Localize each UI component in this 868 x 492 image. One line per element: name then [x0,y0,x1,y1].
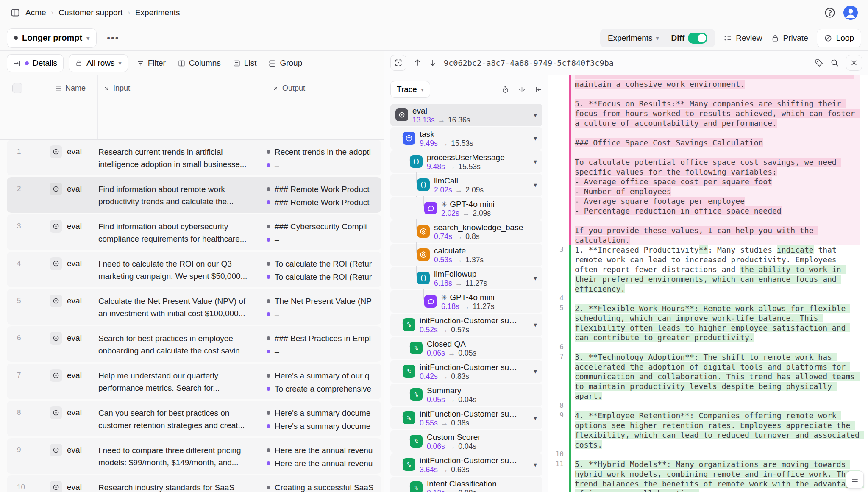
line-number: 6 [548,342,569,352]
list-button[interactable]: List [229,58,260,68]
breadcrumb-project[interactable]: Customer support [58,8,122,17]
row-name: eval [67,332,82,362]
chevron-down-icon[interactable]: ▾ [534,274,537,282]
trace-span-row[interactable]: %Summary0.05s→0.04s [390,384,542,406]
diff-line: maintain a cohesive work environment. [548,79,868,89]
span-durations: 0.52s→0.57s [420,325,469,334]
group-label: Group [280,58,302,68]
chevron-down-icon[interactable]: ▾ [534,158,537,166]
table-row[interactable]: 6 eval Search for best practices in empl… [7,326,381,362]
output-line-compare: – [267,308,381,321]
help-icon[interactable] [824,7,836,19]
span-durations: 0.53s→1.37s [434,256,484,264]
diff-options-button[interactable] [846,471,864,489]
function-span-icon: () [417,178,430,191]
table-row[interactable]: 8 eval Can you search for best practices… [7,401,381,436]
llm-span-icon [424,202,437,214]
chevron-down-icon[interactable]: ▾ [534,111,537,119]
table-row[interactable]: 2 eval Find information about remote wor… [7,177,381,213]
details-button[interactable]: Details [7,54,64,72]
experiments-view-dropdown[interactable]: Experiments ▾ [602,33,665,43]
all-rows-dropdown[interactable]: All rows ▾ [69,54,128,72]
table-row[interactable]: 7 eval Help me understand our quarterly … [7,364,381,399]
review-button[interactable]: Review [723,33,762,43]
column-header-name[interactable]: Name [55,84,86,93]
chevron-down-icon[interactable]: ▾ [534,461,537,469]
trace-span-row[interactable]: calculate0.53s→1.37s [390,244,542,266]
group-button[interactable]: Group [265,58,306,68]
table-row[interactable]: 5 eval Calculate the Net Present Value (… [7,289,381,325]
expand-trace-button[interactable] [390,55,406,71]
trace-span-row[interactable]: %Intent Classification0.12s→0.08s [390,477,542,492]
next-row-button[interactable] [428,58,437,67]
more-options-button[interactable]: ••• [103,30,123,46]
breadcrumb-org[interactable]: Acme [25,8,46,17]
filter-button[interactable]: Filter [133,58,169,68]
avatar[interactable] [843,6,858,20]
trace-view-dropdown[interactable]: Trace ▾ [390,81,430,98]
sidebar-toggle-icon[interactable] [10,8,20,18]
row-output: Here's a summary docume Here's a summary… [267,401,381,436]
trace-detail-panel: 9c062bc2-a8c7-4a88-9749-5cf840f3c9ba Tra… [384,51,868,492]
line-number [548,89,569,99]
tool-span-icon [417,248,430,261]
trace-span-row[interactable]: eval13.13s→16.36s▾ [390,104,542,126]
timing-icon[interactable] [501,86,509,94]
chevron-down-icon[interactable]: ▾ [534,367,537,375]
trace-span-row[interactable]: ()processUserMessage9.48s→15.53s▾ [390,150,542,173]
table-row[interactable]: 1 eval Research current trends in artifi… [7,140,381,175]
loop-button[interactable]: Loop [817,29,861,47]
table-row[interactable]: 4 eval I need to calculate the ROI on ou… [7,252,381,287]
span-label: initFunction-Customer support-C... [420,363,519,372]
align-center-icon[interactable] [518,86,526,94]
line-number: 5 [548,303,569,342]
span-durations: 0.06s→0.05s [427,349,476,358]
collapse-left-icon[interactable] [534,86,542,94]
trace-span-row[interactable]: %Closed QA0.06s→0.05s [390,337,542,359]
trace-span-row[interactable]: ✳GPT-4o mini6.18s→11.27s [390,290,542,313]
trace-span-row[interactable]: %initFunction-Customer support-C...0.52s… [390,314,542,336]
checklist-icon [723,34,732,42]
compare-output-dot [267,461,270,465]
diff-text [571,294,860,303]
select-all-checkbox[interactable] [12,83,22,93]
trace-span-row[interactable]: ()llmFollowup6.18s→11.27s▾ [390,267,542,289]
tool-span-icon [417,225,430,238]
trace-span-row[interactable]: %initFunction-Customer support-C...0.42s… [390,360,542,383]
row-input: Calculate the Net Present Value (NPV) of… [97,289,267,325]
line-number [548,128,569,138]
trace-span-row[interactable]: ()llmCall2.02s→2.09s▾ [390,174,542,196]
trace-span-row[interactable]: ✳GPT-4o mini2.02s→2.09s [390,197,542,220]
diff-line: 115. **Hybrid Models**: Many organizatio… [548,459,868,492]
chevron-down-icon[interactable]: ▾ [534,414,537,422]
breadcrumb-section[interactable]: Experiments [135,8,180,17]
diff-line: 31. **Increased Productivity**: Many stu… [548,245,868,294]
trace-span-row[interactable]: search_knowledge_base0.74s→0.8s [390,220,542,243]
diff-toggle[interactable] [688,33,707,44]
chevron-down-icon[interactable]: ▾ [534,321,537,329]
diff-text: 1. **Increased Productivity**: Many stud… [571,245,860,294]
column-header-input[interactable]: Input [103,84,130,93]
table-row[interactable]: 9 eval I need to compare three different… [7,438,381,474]
tag-icon[interactable] [815,58,823,67]
experiment-select-button[interactable]: Longer prompt ▾ [7,28,97,48]
diff-line: 4 [548,294,868,303]
previous-row-button[interactable] [413,58,422,67]
table-row[interactable]: 10 eval Research industry standards for … [7,475,381,492]
trace-span-row[interactable]: %initFunction-Customer support-C...0.55s… [390,407,542,429]
private-button[interactable]: Private [771,33,808,43]
trace-span-row[interactable]: %initFunction-Customer support-C...3.64s… [390,453,542,476]
search-icon[interactable] [830,58,839,67]
row-output: The Net Present Value (NP – [267,289,381,325]
table-row[interactable]: 3 eval Find information about cybersecur… [7,214,381,250]
chevron-down-icon[interactable]: ▾ [534,134,537,142]
close-panel-button[interactable] [846,55,862,71]
trace-span-row[interactable]: task9.49s→15.53s▾ [390,127,542,150]
span-label: Summary [427,386,461,395]
span-durations: 2.02s→2.09s [441,209,491,218]
columns-button[interactable]: Columns [174,58,224,68]
column-header-output[interactable]: Output [272,84,305,93]
eval-span-icon [395,108,408,121]
chevron-down-icon[interactable]: ▾ [534,181,537,189]
trace-span-row[interactable]: %Custom Scorer0.06s→0.04s [390,430,542,453]
